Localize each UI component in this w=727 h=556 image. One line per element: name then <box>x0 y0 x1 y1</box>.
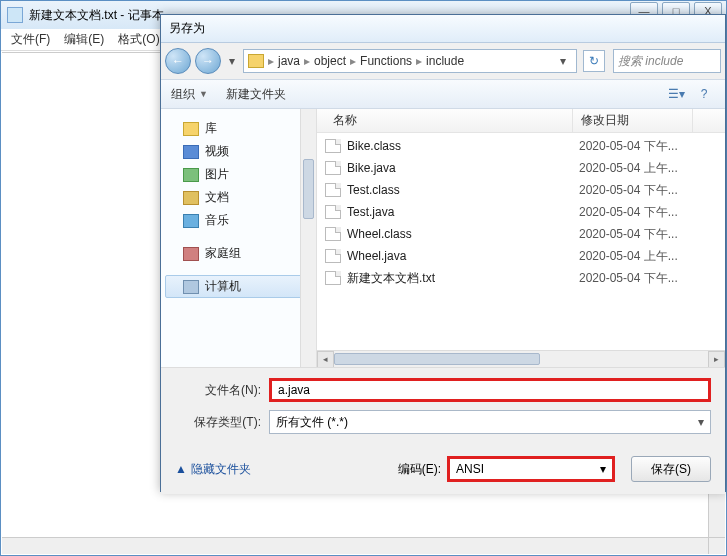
file-name: Wheel.class <box>347 227 579 241</box>
tree-library[interactable]: 库 <box>165 117 312 140</box>
file-row[interactable]: Wheel.java2020-05-04 上午... <box>317 245 725 267</box>
crumb-include[interactable]: include <box>426 54 464 68</box>
tree-music[interactable]: 音乐 <box>165 209 312 232</box>
music-icon <box>183 214 199 228</box>
file-name: Test.java <box>347 205 579 219</box>
crumb-java[interactable]: java <box>278 54 300 68</box>
picture-icon <box>183 168 199 182</box>
column-name[interactable]: 名称 <box>325 109 573 132</box>
tree-homegroup[interactable]: 家庭组 <box>165 242 312 265</box>
refresh-button[interactable]: ↻ <box>583 50 605 72</box>
file-list: 名称 修改日期 Bike.class2020-05-04 下午...Bike.j… <box>317 109 725 367</box>
file-icon <box>325 139 341 153</box>
file-icon <box>325 227 341 241</box>
file-date: 2020-05-04 下午... <box>579 204 678 221</box>
notepad-title: 新建文本文档.txt - 记事本 <box>29 7 164 24</box>
saveas-footer: ▲隐藏文件夹 编码(E): ANSI▾ 保存(S) <box>161 448 725 494</box>
filename-label: 文件名(N): <box>175 382 261 399</box>
folder-icon <box>248 54 264 68</box>
search-input[interactable]: 搜索 include <box>613 49 721 73</box>
file-name: Test.class <box>347 183 579 197</box>
computer-icon <box>183 280 199 294</box>
file-icon <box>325 271 341 285</box>
navigation-tree[interactable]: 库 视频 图片 文档 音乐 家庭组 计算机 <box>161 109 317 367</box>
list-header: 名称 修改日期 <box>317 109 725 133</box>
menu-file[interactable]: 文件(F) <box>5 29 56 50</box>
filetype-label: 保存类型(T): <box>175 414 261 431</box>
file-row[interactable]: Test.java2020-05-04 下午... <box>317 201 725 223</box>
tree-documents[interactable]: 文档 <box>165 186 312 209</box>
crumb-object[interactable]: object <box>314 54 346 68</box>
notepad-icon <box>7 7 23 23</box>
address-bar[interactable]: ▸java ▸object ▸Functions ▸include ▾ <box>243 49 577 73</box>
tree-scrollbar[interactable] <box>300 109 316 367</box>
file-icon <box>325 205 341 219</box>
help-button[interactable]: ? <box>693 84 715 104</box>
file-date: 2020-05-04 下午... <box>579 226 678 243</box>
organize-button[interactable]: 组织▼ <box>171 86 208 103</box>
tree-videos[interactable]: 视频 <box>165 140 312 163</box>
crumb-functions[interactable]: Functions <box>360 54 412 68</box>
file-name: Wheel.java <box>347 249 579 263</box>
file-icon <box>325 249 341 263</box>
new-folder-button[interactable]: 新建文件夹 <box>226 86 286 103</box>
nav-back-button[interactable]: ← <box>165 48 191 74</box>
homegroup-icon <box>183 247 199 261</box>
file-date: 2020-05-04 下午... <box>579 182 678 199</box>
file-date: 2020-05-04 下午... <box>579 270 678 287</box>
tree-pictures[interactable]: 图片 <box>165 163 312 186</box>
address-dropdown[interactable]: ▾ <box>554 52 572 70</box>
file-name: Bike.java <box>347 161 579 175</box>
scroll-thumb[interactable] <box>334 353 540 365</box>
save-as-dialog: 另存为 ← → ▾ ▸java ▸object ▸Functions ▸incl… <box>160 14 726 492</box>
scroll-corner <box>708 537 725 554</box>
file-row[interactable]: Test.class2020-05-04 下午... <box>317 179 725 201</box>
file-icon <box>325 183 341 197</box>
horizontal-scrollbar[interactable] <box>2 537 708 554</box>
saveas-title: 另存为 <box>169 20 205 37</box>
scroll-left-button[interactable]: ◂ <box>317 351 334 368</box>
file-row[interactable]: 新建文本文档.txt2020-05-04 下午... <box>317 267 725 289</box>
file-row[interactable]: Bike.java2020-05-04 上午... <box>317 157 725 179</box>
video-icon <box>183 145 199 159</box>
filetype-combo[interactable]: 所有文件 (*.*)▾ <box>269 410 711 434</box>
filename-input[interactable] <box>269 378 711 402</box>
saveas-toolbar: 组织▼ 新建文件夹 ☰▾ ? <box>161 79 725 109</box>
encoding-combo[interactable]: ANSI▾ <box>447 456 615 482</box>
nav-forward-button[interactable]: → <box>195 48 221 74</box>
menu-format[interactable]: 格式(O) <box>112 29 165 50</box>
view-options-button[interactable]: ☰▾ <box>665 84 687 104</box>
file-row[interactable]: Wheel.class2020-05-04 下午... <box>317 223 725 245</box>
saveas-navbar: ← → ▾ ▸java ▸object ▸Functions ▸include … <box>161 43 725 79</box>
column-date[interactable]: 修改日期 <box>573 109 693 132</box>
saveas-titlebar[interactable]: 另存为 <box>161 15 725 43</box>
tree-computer[interactable]: 计算机 <box>165 275 312 298</box>
document-icon <box>183 191 199 205</box>
file-name: Bike.class <box>347 139 579 153</box>
saveas-inputs: 文件名(N): 保存类型(T): 所有文件 (*.*)▾ <box>161 367 725 448</box>
nav-history-dropdown[interactable]: ▾ <box>225 48 239 74</box>
encoding-label: 编码(E): <box>398 461 441 478</box>
library-icon <box>183 122 199 136</box>
file-date: 2020-05-04 上午... <box>579 160 678 177</box>
file-row[interactable]: Bike.class2020-05-04 下午... <box>317 135 725 157</box>
file-icon <box>325 161 341 175</box>
list-horizontal-scrollbar[interactable]: ◂ ▸ <box>317 350 725 367</box>
file-name: 新建文本文档.txt <box>347 270 579 287</box>
search-placeholder: 搜索 include <box>618 53 683 70</box>
menu-edit[interactable]: 编辑(E) <box>58 29 110 50</box>
file-date: 2020-05-04 下午... <box>579 138 678 155</box>
save-button[interactable]: 保存(S) <box>631 456 711 482</box>
hide-folders-link[interactable]: ▲隐藏文件夹 <box>175 461 251 478</box>
scroll-right-button[interactable]: ▸ <box>708 351 725 368</box>
file-date: 2020-05-04 上午... <box>579 248 678 265</box>
